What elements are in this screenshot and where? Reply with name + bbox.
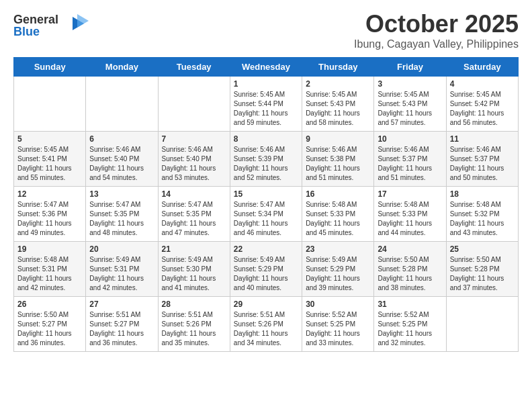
day-info: Sunrise: 5:46 AM Sunset: 5:40 PM Dayligh… <box>162 145 226 183</box>
weekday-header-tuesday: Tuesday <box>158 58 230 77</box>
calendar-cell: 8Sunrise: 5:46 AM Sunset: 5:39 PM Daylig… <box>230 132 302 187</box>
calendar-cell: 27Sunrise: 5:51 AM Sunset: 5:27 PM Dayli… <box>86 297 158 352</box>
day-number: 9 <box>306 134 370 144</box>
calendar-cell: 7Sunrise: 5:46 AM Sunset: 5:40 PM Daylig… <box>158 132 230 187</box>
day-info: Sunrise: 5:47 AM Sunset: 5:36 PM Dayligh… <box>17 200 82 238</box>
weekday-header-friday: Friday <box>374 58 446 77</box>
calendar-cell: 10Sunrise: 5:46 AM Sunset: 5:37 PM Dayli… <box>374 132 446 187</box>
location: Ibung, Cagayan Valley, Philippines <box>354 38 519 50</box>
day-info: Sunrise: 5:51 AM Sunset: 5:27 PM Dayligh… <box>89 310 154 348</box>
week-row-4: 19Sunrise: 5:48 AM Sunset: 5:31 PM Dayli… <box>14 242 519 297</box>
logo: General Blue <box>13 10 94 43</box>
day-number: 7 <box>162 134 226 144</box>
weekday-header-saturday: Saturday <box>446 58 518 77</box>
day-number: 25 <box>450 244 515 254</box>
day-info: Sunrise: 5:49 AM Sunset: 5:29 PM Dayligh… <box>234 255 298 293</box>
calendar-cell <box>86 77 158 132</box>
day-number: 29 <box>234 300 298 309</box>
day-info: Sunrise: 5:48 AM Sunset: 5:32 PM Dayligh… <box>450 200 515 238</box>
calendar-cell: 3Sunrise: 5:45 AM Sunset: 5:43 PM Daylig… <box>374 77 446 132</box>
day-info: Sunrise: 5:46 AM Sunset: 5:37 PM Dayligh… <box>378 145 442 183</box>
month-title: October 2025 <box>354 10 519 38</box>
calendar-cell: 11Sunrise: 5:46 AM Sunset: 5:37 PM Dayli… <box>446 132 518 187</box>
day-info: Sunrise: 5:48 AM Sunset: 5:33 PM Dayligh… <box>306 200 370 238</box>
day-number: 27 <box>89 300 154 309</box>
calendar-cell: 26Sunrise: 5:50 AM Sunset: 5:27 PM Dayli… <box>14 297 86 352</box>
calendar-cell <box>446 297 518 352</box>
svg-text:Blue: Blue <box>13 25 40 38</box>
header: General Blue October 2025 Ibung, Cagayan… <box>13 10 519 50</box>
calendar-cell: 14Sunrise: 5:47 AM Sunset: 5:35 PM Dayli… <box>158 187 230 242</box>
calendar-cell: 28Sunrise: 5:51 AM Sunset: 5:26 PM Dayli… <box>158 297 230 352</box>
calendar-cell: 23Sunrise: 5:49 AM Sunset: 5:29 PM Dayli… <box>302 242 374 297</box>
calendar-cell: 16Sunrise: 5:48 AM Sunset: 5:33 PM Dayli… <box>302 187 374 242</box>
page: General Blue October 2025 Ibung, Cagayan… <box>0 0 532 411</box>
day-info: Sunrise: 5:50 AM Sunset: 5:28 PM Dayligh… <box>450 255 515 293</box>
day-info: Sunrise: 5:50 AM Sunset: 5:27 PM Dayligh… <box>17 310 82 348</box>
day-info: Sunrise: 5:45 AM Sunset: 5:42 PM Dayligh… <box>450 90 515 128</box>
day-number: 12 <box>17 189 82 199</box>
weekday-header-row: SundayMondayTuesdayWednesdayThursdayFrid… <box>14 58 519 77</box>
day-number: 13 <box>89 189 154 199</box>
calendar-cell: 29Sunrise: 5:51 AM Sunset: 5:26 PM Dayli… <box>230 297 302 352</box>
weekday-header-wednesday: Wednesday <box>230 58 302 77</box>
day-number: 6 <box>89 134 154 144</box>
day-info: Sunrise: 5:45 AM Sunset: 5:44 PM Dayligh… <box>234 90 298 128</box>
logo-text: General Blue <box>13 10 94 43</box>
day-info: Sunrise: 5:47 AM Sunset: 5:35 PM Dayligh… <box>89 200 154 238</box>
week-row-1: 1Sunrise: 5:45 AM Sunset: 5:44 PM Daylig… <box>14 77 519 132</box>
day-info: Sunrise: 5:50 AM Sunset: 5:28 PM Dayligh… <box>378 255 442 293</box>
calendar-cell: 13Sunrise: 5:47 AM Sunset: 5:35 PM Dayli… <box>86 187 158 242</box>
calendar-cell: 9Sunrise: 5:46 AM Sunset: 5:38 PM Daylig… <box>302 132 374 187</box>
calendar-cell: 5Sunrise: 5:45 AM Sunset: 5:41 PM Daylig… <box>14 132 86 187</box>
day-info: Sunrise: 5:51 AM Sunset: 5:26 PM Dayligh… <box>162 310 226 348</box>
calendar-table: SundayMondayTuesdayWednesdayThursdayFrid… <box>13 57 519 352</box>
calendar-cell: 30Sunrise: 5:52 AM Sunset: 5:25 PM Dayli… <box>302 297 374 352</box>
calendar-cell: 18Sunrise: 5:48 AM Sunset: 5:32 PM Dayli… <box>446 187 518 242</box>
day-info: Sunrise: 5:45 AM Sunset: 5:43 PM Dayligh… <box>378 90 442 128</box>
svg-text:General: General <box>13 13 58 26</box>
day-number: 14 <box>162 189 226 199</box>
calendar-cell <box>158 77 230 132</box>
day-info: Sunrise: 5:48 AM Sunset: 5:33 PM Dayligh… <box>378 200 442 238</box>
week-row-5: 26Sunrise: 5:50 AM Sunset: 5:27 PM Dayli… <box>14 297 519 352</box>
calendar-cell <box>14 77 86 132</box>
day-info: Sunrise: 5:47 AM Sunset: 5:35 PM Dayligh… <box>162 200 226 238</box>
calendar-cell: 2Sunrise: 5:45 AM Sunset: 5:43 PM Daylig… <box>302 77 374 132</box>
title-block: October 2025 Ibung, Cagayan Valley, Phil… <box>354 10 519 50</box>
svg-marker-3 <box>77 14 89 28</box>
day-info: Sunrise: 5:46 AM Sunset: 5:38 PM Dayligh… <box>306 145 370 183</box>
day-number: 19 <box>17 244 82 254</box>
day-number: 1 <box>234 79 298 89</box>
day-number: 10 <box>378 134 442 144</box>
week-row-2: 5Sunrise: 5:45 AM Sunset: 5:41 PM Daylig… <box>14 132 519 187</box>
calendar-cell: 17Sunrise: 5:48 AM Sunset: 5:33 PM Dayli… <box>374 187 446 242</box>
day-info: Sunrise: 5:49 AM Sunset: 5:31 PM Dayligh… <box>89 255 154 293</box>
calendar-cell: 24Sunrise: 5:50 AM Sunset: 5:28 PM Dayli… <box>374 242 446 297</box>
weekday-header-sunday: Sunday <box>14 58 86 77</box>
day-info: Sunrise: 5:45 AM Sunset: 5:41 PM Dayligh… <box>17 145 82 183</box>
calendar-cell: 22Sunrise: 5:49 AM Sunset: 5:29 PM Dayli… <box>230 242 302 297</box>
day-number: 31 <box>378 300 442 309</box>
day-number: 18 <box>450 189 515 199</box>
day-info: Sunrise: 5:46 AM Sunset: 5:37 PM Dayligh… <box>450 145 515 183</box>
calendar-cell: 25Sunrise: 5:50 AM Sunset: 5:28 PM Dayli… <box>446 242 518 297</box>
day-info: Sunrise: 5:51 AM Sunset: 5:26 PM Dayligh… <box>234 310 298 348</box>
day-number: 24 <box>378 244 442 254</box>
day-number: 5 <box>17 134 82 144</box>
day-number: 23 <box>306 244 370 254</box>
weekday-header-monday: Monday <box>86 58 158 77</box>
week-row-3: 12Sunrise: 5:47 AM Sunset: 5:36 PM Dayli… <box>14 187 519 242</box>
day-number: 16 <box>306 189 370 199</box>
calendar-cell: 19Sunrise: 5:48 AM Sunset: 5:31 PM Dayli… <box>14 242 86 297</box>
day-number: 4 <box>450 79 515 89</box>
day-info: Sunrise: 5:49 AM Sunset: 5:29 PM Dayligh… <box>306 255 370 293</box>
day-number: 26 <box>17 300 82 309</box>
day-number: 15 <box>234 189 298 199</box>
day-number: 28 <box>162 300 226 309</box>
calendar-cell: 21Sunrise: 5:49 AM Sunset: 5:30 PM Dayli… <box>158 242 230 297</box>
day-info: Sunrise: 5:47 AM Sunset: 5:34 PM Dayligh… <box>234 200 298 238</box>
day-number: 22 <box>234 244 298 254</box>
day-info: Sunrise: 5:49 AM Sunset: 5:30 PM Dayligh… <box>162 255 226 293</box>
day-info: Sunrise: 5:46 AM Sunset: 5:40 PM Dayligh… <box>89 145 154 183</box>
